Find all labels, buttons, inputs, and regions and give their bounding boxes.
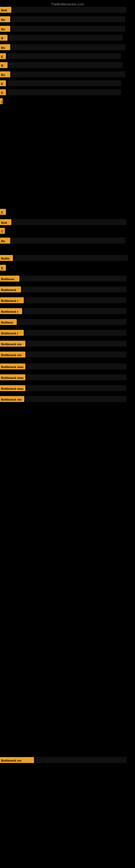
dark-block-db20 [27, 341, 126, 347]
dark-block-db26 [36, 757, 126, 763]
dark-block-db14 [21, 276, 126, 282]
badge-b4: B [0, 35, 8, 41]
dark-block-db3 [12, 26, 125, 32]
badge-b8: Bo [0, 71, 10, 77]
site-title: TheBottlenecker.com [51, 2, 84, 6]
dark-block-db8 [12, 71, 125, 77]
badge-b29: Bottleneck res [0, 396, 24, 402]
badge-b6: E [0, 53, 6, 59]
badge-b13: Bott [0, 219, 11, 225]
badge-b2: Bo [0, 16, 10, 22]
dark-block-db15 [23, 286, 126, 292]
badge-b20: Bottleneck r [0, 297, 24, 303]
dark-block-db21 [27, 351, 126, 358]
badge-b1: Bott [0, 7, 11, 13]
dark-block-db7 [9, 62, 123, 68]
badge-b3: Bo [0, 26, 10, 32]
badge-b11: | [0, 98, 3, 104]
badge-b12: E [0, 209, 6, 215]
badge-b10: E [0, 89, 6, 95]
badge-b28: Bottleneck resu [0, 385, 26, 391]
dark-block-db2 [12, 16, 125, 22]
dark-block-db4 [9, 35, 123, 41]
dark-block-db5 [12, 44, 125, 50]
dark-block-db16 [26, 297, 126, 303]
dark-block-db10 [8, 89, 121, 95]
badge-b26: Bottleneck resu [0, 364, 26, 369]
badge-b24: Bottleneck res [0, 341, 26, 347]
dark-block-db23 [27, 374, 126, 380]
badge-b21: Bottleneck r [0, 308, 22, 314]
dark-block-db13 [14, 255, 128, 261]
dark-block-db19 [26, 330, 126, 336]
badge-b7: B [0, 62, 8, 68]
dark-block-db9 [8, 80, 121, 86]
badge-b27: Bottleneck resu [0, 374, 26, 380]
dark-block-db18 [18, 319, 126, 325]
dark-block-db11 [13, 219, 126, 225]
dark-block-db12 [12, 238, 125, 244]
badge-b18: Bottlenec [0, 276, 19, 282]
dark-block-db22 [27, 364, 126, 369]
badge-b14: C [0, 228, 5, 234]
badge-b9: E [0, 80, 6, 86]
badge-b16: Bottle [0, 255, 13, 261]
badge-b25: Bottleneck res [0, 351, 26, 358]
dark-block-db6 [8, 53, 121, 59]
badge-b17: E [0, 265, 6, 271]
dark-block-db17 [24, 308, 126, 314]
dark-block-db1 [13, 7, 126, 13]
badge-b5: Bo [0, 44, 10, 50]
badge-b30: Bottleneck res [0, 757, 34, 763]
dark-block-db24 [27, 385, 126, 391]
badge-b22: Bottlene [0, 319, 17, 325]
badge-b23: Bottleneck r [0, 330, 24, 336]
dark-block-db25 [26, 396, 126, 402]
badge-b19: Bottleneck [0, 286, 21, 292]
badge-b15: Bo [0, 238, 10, 244]
